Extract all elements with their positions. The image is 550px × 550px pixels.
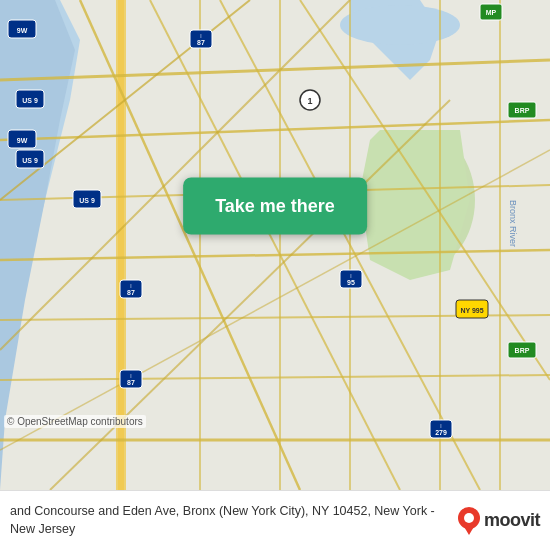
map-area: US 9 US 9 US 9 I 87 I 87 I 87 bbox=[0, 0, 550, 490]
svg-point-66 bbox=[464, 513, 474, 523]
svg-text:87: 87 bbox=[197, 39, 205, 46]
svg-text:279: 279 bbox=[435, 429, 447, 436]
svg-text:95: 95 bbox=[347, 279, 355, 286]
svg-text:BRP: BRP bbox=[515, 347, 530, 354]
moovit-logo: moovit bbox=[458, 507, 540, 535]
moovit-brand-text: moovit bbox=[484, 510, 540, 531]
moovit-pin-icon bbox=[458, 507, 480, 535]
svg-text:NY 995: NY 995 bbox=[460, 307, 483, 314]
svg-text:US 9: US 9 bbox=[22, 97, 38, 104]
svg-text:Bronx River: Bronx River bbox=[508, 200, 518, 247]
svg-text:1: 1 bbox=[307, 96, 312, 106]
svg-text:87: 87 bbox=[127, 379, 135, 386]
svg-text:MP: MP bbox=[486, 9, 497, 16]
svg-marker-67 bbox=[463, 525, 475, 535]
svg-text:BRP: BRP bbox=[515, 107, 530, 114]
svg-text:9W: 9W bbox=[17, 137, 28, 144]
footer-bar: and Concourse and Eden Ave, Bronx (New Y… bbox=[0, 490, 550, 550]
svg-point-4 bbox=[340, 5, 460, 45]
svg-marker-6 bbox=[360, 130, 470, 280]
svg-text:87: 87 bbox=[127, 289, 135, 296]
take-me-there-button[interactable]: Take me there bbox=[183, 177, 367, 234]
osm-attribution: © OpenStreetMap contributors bbox=[4, 415, 146, 428]
svg-text:US 9: US 9 bbox=[79, 197, 95, 204]
svg-text:9W: 9W bbox=[17, 27, 28, 34]
address-text: and Concourse and Eden Ave, Bronx (New Y… bbox=[10, 503, 450, 538]
svg-text:US 9: US 9 bbox=[22, 157, 38, 164]
